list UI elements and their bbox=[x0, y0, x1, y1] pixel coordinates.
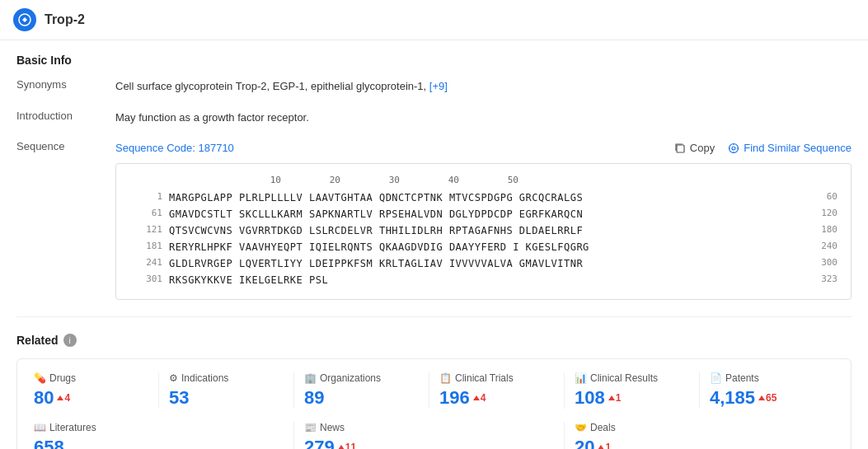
related-category: 📄 Patents bbox=[710, 372, 824, 384]
basic-info-section-title: Basic Info bbox=[16, 54, 852, 67]
related-row-2: 📖 Literatures 658 📰 News 279 11 bbox=[34, 422, 834, 449]
seq-start-num: 61 bbox=[129, 207, 169, 222]
seq-residues: MARGPGLAPP PLRLPLLLLV LAAVTGHTAA QDNCTCP… bbox=[169, 190, 820, 205]
related-section-title: Related bbox=[16, 334, 59, 347]
related-item[interactable]: 📋 Clinical Trials 196 4 bbox=[429, 372, 565, 409]
arrow-up-icon bbox=[473, 395, 480, 400]
svg-point-3 bbox=[732, 147, 735, 150]
trend-number: 1 bbox=[616, 392, 622, 404]
category-label: Organizations bbox=[320, 372, 381, 384]
related-category: 📊 Clinical Results bbox=[575, 372, 689, 384]
count-value: 80 bbox=[34, 387, 54, 409]
related-item[interactable]: 📖 Literatures 658 bbox=[34, 422, 294, 449]
related-category: ⚙ Indications bbox=[169, 372, 284, 384]
sequence-box: 10 20 30 40 50 1 MARGPGLAPP PLRLPLLLLV L… bbox=[115, 163, 852, 301]
category-icon: 📰 bbox=[304, 422, 317, 433]
seq-end-num: 60 bbox=[820, 190, 838, 205]
find-similar-button[interactable]: Find Similar Sequence bbox=[728, 142, 852, 154]
count-value: 279 bbox=[304, 437, 335, 449]
related-item[interactable]: 📰 News 279 11 bbox=[294, 422, 565, 449]
sequence-code-link[interactable]: Sequence Code: 187710 bbox=[115, 140, 234, 157]
synonyms-text: Cell surface glycoprotein Trop-2, EGP-1,… bbox=[115, 80, 426, 92]
count-value: 20 bbox=[575, 437, 594, 449]
sequence-ruler: 10 20 30 40 50 bbox=[129, 174, 838, 188]
seq-residues: RKSGKYKKVE IKELGELRKE PSL bbox=[169, 273, 814, 288]
category-icon: 📋 bbox=[439, 372, 452, 384]
related-count: 279 11 bbox=[304, 437, 554, 449]
related-row-1: 💊 Drugs 80 4 ⚙ Indications 53 � bbox=[34, 372, 834, 409]
sequence-container: Sequence Code: 187710 Copy bbox=[115, 140, 852, 300]
sequence-row: Sequence Sequence Code: 187710 Copy bbox=[16, 140, 852, 300]
category-label: Patents bbox=[725, 372, 759, 384]
count-value: 53 bbox=[169, 387, 189, 409]
count-value: 89 bbox=[304, 387, 324, 409]
trend-indicator: 65 bbox=[758, 392, 777, 404]
seq-end-num: 180 bbox=[814, 223, 838, 238]
seq-start-num: 1 bbox=[129, 190, 169, 205]
sequence-line: 301 RKSGKYKKVE IKELGELRKE PSL 323 bbox=[129, 273, 838, 288]
related-item[interactable]: ⚙ Indications 53 bbox=[159, 372, 294, 409]
related-count: 658 bbox=[34, 437, 284, 449]
related-item[interactable]: 💊 Drugs 80 4 bbox=[34, 372, 159, 409]
category-icon: ⚙ bbox=[169, 372, 178, 384]
related-item[interactable]: 🤝 Deals 20 1 bbox=[565, 422, 834, 449]
copy-icon bbox=[674, 143, 686, 154]
category-icon: 🏢 bbox=[304, 372, 317, 384]
related-count: 80 4 bbox=[34, 387, 148, 409]
arrow-up-icon bbox=[598, 445, 604, 449]
svg-rect-1 bbox=[677, 145, 684, 152]
synonyms-label: Synonyms bbox=[16, 78, 115, 91]
related-item[interactable]: 📊 Clinical Results 108 1 bbox=[565, 372, 700, 409]
related-count: 53 bbox=[169, 387, 284, 409]
sequence-line: 181 RERYRLHPKF VAAVHYEQPT IQIELRQNTS QKA… bbox=[129, 240, 838, 255]
count-value: 108 bbox=[575, 387, 605, 409]
sequence-label: Sequence bbox=[16, 140, 115, 152]
trend-indicator: 1 bbox=[608, 392, 622, 404]
trend-number: 4 bbox=[481, 392, 486, 404]
synonyms-row: Synonyms Cell surface glycoprotein Trop-… bbox=[16, 78, 852, 95]
seq-start-num: 241 bbox=[129, 256, 169, 271]
trend-number: 11 bbox=[345, 442, 356, 449]
category-label: Clinical Trials bbox=[455, 372, 514, 384]
copy-button[interactable]: Copy bbox=[674, 142, 715, 154]
arrow-up-icon bbox=[57, 395, 63, 400]
related-info-icon[interactable]: i bbox=[63, 334, 77, 347]
category-icon: 📖 bbox=[34, 422, 46, 433]
category-label: Literatures bbox=[49, 422, 96, 433]
seq-residues: RERYRLHPKF VAAVHYEQPT IQIELRQNTS QKAAGDV… bbox=[169, 240, 814, 255]
find-similar-icon bbox=[728, 143, 739, 154]
header-icon bbox=[13, 8, 36, 31]
count-value: 4,185 bbox=[710, 387, 755, 409]
section-divider bbox=[16, 316, 852, 317]
category-label: News bbox=[320, 422, 345, 433]
arrow-up-icon bbox=[608, 395, 615, 400]
related-category: 📖 Literatures bbox=[34, 422, 284, 433]
related-item[interactable]: 🏢 Organizations 89 bbox=[294, 372, 429, 409]
category-icon: 💊 bbox=[34, 372, 46, 384]
category-label: Indications bbox=[181, 372, 228, 384]
related-count: 4,185 65 bbox=[710, 387, 824, 409]
trend-indicator: 4 bbox=[473, 392, 486, 404]
category-label: Drugs bbox=[49, 372, 76, 384]
related-category: 💊 Drugs bbox=[34, 372, 148, 384]
main-content: Basic Info Synonyms Cell surface glycopr… bbox=[0, 40, 868, 449]
sequence-line: 121 QTSVCWCVNS VGVRRTDKGD LSLRCDELVR THH… bbox=[129, 223, 838, 238]
related-item[interactable]: 📄 Patents 4,185 65 bbox=[700, 372, 834, 409]
related-count: 20 1 bbox=[575, 437, 824, 449]
trend-number: 4 bbox=[64, 392, 70, 404]
svg-point-2 bbox=[730, 143, 739, 152]
related-category: 📰 News bbox=[304, 422, 554, 433]
trend-number: 1 bbox=[605, 442, 611, 449]
page-title: Trop-2 bbox=[45, 12, 85, 27]
seq-start-num: 301 bbox=[129, 273, 169, 288]
count-value: 196 bbox=[439, 387, 470, 409]
related-category: 📋 Clinical Trials bbox=[439, 372, 554, 384]
trend-indicator: 4 bbox=[57, 392, 70, 404]
seq-end-num: 120 bbox=[814, 207, 838, 222]
synonyms-more-link[interactable]: [+9] bbox=[429, 80, 448, 92]
sequence-line: 241 GLDLRVRGEP LQVERTLIYY LDEIPPKFSM KRL… bbox=[129, 256, 838, 271]
seq-start-num: 181 bbox=[129, 240, 169, 255]
sequence-line: 61 GMAVDCSTLT SKCLLLKARM SAPKNARTLV RPSE… bbox=[129, 207, 838, 222]
category-icon: 📊 bbox=[575, 372, 587, 384]
sequence-header: Sequence Code: 187710 Copy bbox=[115, 140, 852, 157]
